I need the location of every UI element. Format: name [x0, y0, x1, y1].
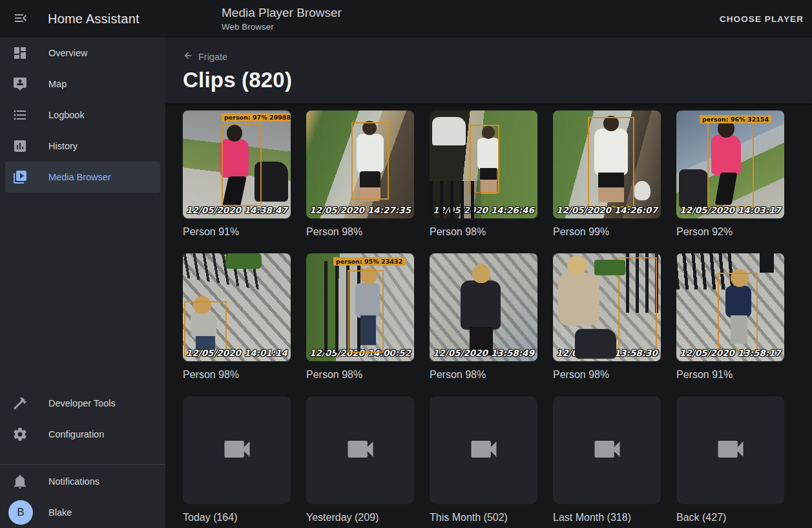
- clip-cell: 12/05/2020 13:58:30Person 98%: [553, 253, 661, 381]
- panel-title: Media Player Browser: [222, 6, 342, 20]
- timestamp-overlay: 12/05/2020 14:26:07: [556, 205, 658, 215]
- person-figure: [461, 280, 501, 330]
- clip-caption: Person 98%: [430, 226, 537, 238]
- sidebar-item-overview-label: Overview: [48, 48, 87, 58]
- scene-shape: [679, 169, 709, 208]
- scene-shape: [575, 329, 616, 359]
- folder-label: Back (427): [676, 512, 784, 523]
- user-name: Blake: [48, 507, 72, 518]
- sidebar-item-overview[interactable]: Overview: [5, 37, 160, 69]
- avatar: B: [8, 500, 33, 525]
- timestamp-overlay: 12/05/2020 14:38:47: [186, 205, 287, 215]
- video-icon: [467, 432, 501, 469]
- folder-tile[interactable]: [306, 396, 414, 504]
- folder-cell: This Month (502): [430, 396, 537, 523]
- detection-box: [618, 257, 657, 354]
- dashboard-icon: [12, 45, 28, 61]
- sidebar-item-history[interactable]: History: [5, 131, 160, 162]
- breadcrumb[interactable]: Frigate: [183, 50, 227, 63]
- logbook-icon: [12, 107, 28, 123]
- sidebar: OverviewMapLogbookHistoryMedia BrowserDe…: [0, 37, 165, 528]
- clip-caption: Person 99%: [553, 226, 661, 238]
- detection-box: [470, 125, 499, 193]
- panel-subtitle: Web Browser: [222, 22, 342, 32]
- clip-cell: 12/05/2020 13:58:49Person 98%: [430, 253, 537, 381]
- config-icon: [12, 427, 28, 442]
- sidebar-item-configuration-label: Configuration: [48, 429, 104, 439]
- sidebar-item-logbook[interactable]: Logbook: [5, 100, 160, 131]
- app-title: Home Assistant: [48, 12, 140, 26]
- sidebar-item-media-browser[interactable]: Media Browser: [5, 162, 160, 193]
- clip-thumbnail[interactable]: 12/05/2020 14:01:14: [183, 253, 291, 361]
- sidebar-item-configuration[interactable]: Configuration: [5, 419, 160, 450]
- detection-box: [351, 122, 389, 200]
- timestamp-overlay: 12/05/2020 14:27:35: [309, 205, 411, 215]
- sidebar-item-notifications-label: Notifications: [48, 476, 99, 487]
- folder-label: Last Month (318): [553, 512, 661, 523]
- folder-tile[interactable]: [553, 396, 661, 504]
- clip-thumbnail[interactable]: person: 95% 2343212/05/2020 14:00:52: [306, 253, 414, 361]
- back-arrow-icon: [183, 50, 193, 63]
- sidebar-item-map[interactable]: Map: [5, 69, 160, 100]
- clip-caption: Person 91%: [676, 369, 784, 381]
- sidebar-item-developer-tools-label: Developer Tools: [48, 398, 116, 408]
- page-title: Clips (820): [183, 68, 812, 92]
- clip-caption: Person 98%: [553, 369, 661, 381]
- folder-tile[interactable]: [676, 396, 784, 504]
- clip-cell: person: 95% 2343212/05/2020 14:00:52Pers…: [306, 253, 414, 381]
- folder-label: This Month (502): [430, 512, 537, 523]
- sidebar-spacer: [0, 193, 165, 388]
- main-content: Frigate Clips (820) person: 97% 2998812/…: [165, 37, 812, 528]
- clip-thumbnail[interactable]: 12/05/2020 14:26:46: [430, 111, 537, 218]
- video-icon: [344, 432, 377, 469]
- clip-thumbnail[interactable]: 12/05/2020 13:58:17: [676, 253, 784, 361]
- folder-tile[interactable]: [430, 396, 537, 504]
- timestamp-overlay: 12/05/2020 14:03:17: [680, 205, 781, 215]
- clip-cell: 12/05/2020 13:58:17Person 91%: [676, 253, 784, 381]
- detection-label: person: 95% 23432: [333, 257, 405, 266]
- detection-box: [707, 120, 754, 207]
- clip-thumbnail[interactable]: person: 97% 2998812/05/2020 14:38:47: [183, 111, 291, 218]
- sidebar-item-developer-tools[interactable]: Developer Tools: [5, 388, 160, 419]
- timestamp-overlay: 12/05/2020 13:58:17: [680, 348, 781, 358]
- sidebar-divider: [0, 464, 165, 465]
- choose-player-button[interactable]: CHOOSE PLAYER: [720, 0, 804, 37]
- menu-open-icon: [13, 10, 28, 28]
- media-grid: person: 97% 2998812/05/2020 14:38:47Pers…: [183, 111, 784, 523]
- video-icon: [714, 432, 747, 469]
- app-bar: Home Assistant Media Player Browser Web …: [0, 0, 812, 37]
- detection-box: [222, 123, 262, 206]
- clip-cell: 12/05/2020 14:26:46Person 98%: [430, 111, 537, 238]
- clip-caption: Person 98%: [430, 369, 537, 381]
- scene-shape: [634, 181, 651, 200]
- clip-thumbnail[interactable]: person: 96% 3215412/05/2020 14:03:17: [676, 111, 784, 218]
- sidebar-user-item[interactable]: BBlake: [5, 497, 160, 528]
- detection-box: [718, 273, 758, 352]
- sidebar-item-media-browser-label: Media Browser: [48, 172, 111, 182]
- folder-tile[interactable]: [183, 396, 291, 504]
- menu-toggle-button[interactable]: [5, 3, 36, 34]
- clip-cell: 12/05/2020 14:27:35Person 98%: [306, 111, 414, 238]
- scene-shape: [225, 253, 262, 269]
- content-header: Frigate Clips (820): [165, 37, 812, 103]
- folder-cell: Last Month (318): [553, 396, 661, 523]
- clip-thumbnail[interactable]: 12/05/2020 14:26:07: [553, 111, 661, 218]
- person-figure: [558, 273, 599, 326]
- sidebar-item-history-label: History: [48, 141, 78, 151]
- detection-box: [588, 117, 634, 207]
- clip-thumbnail[interactable]: 12/05/2020 14:27:35: [306, 111, 414, 218]
- map-icon: [12, 76, 28, 92]
- folder-label: Today (164): [183, 512, 291, 523]
- detection-box: [348, 270, 384, 353]
- folder-label: Yesterday (209): [306, 512, 414, 523]
- timestamp-overlay: 12/05/2020 13:58:49: [433, 348, 534, 358]
- video-icon: [590, 432, 624, 469]
- clip-thumbnail[interactable]: 12/05/2020 13:58:30: [553, 253, 661, 361]
- clip-thumbnail[interactable]: 12/05/2020 13:58:49: [430, 253, 537, 361]
- detection-label: person: 97% 29988: [222, 113, 291, 121]
- clip-caption: Person 91%: [183, 226, 291, 238]
- sidebar-item-notifications[interactable]: Notifications: [5, 466, 160, 497]
- clip-cell: person: 97% 2998812/05/2020 14:38:47Pers…: [183, 111, 291, 238]
- media-browser-icon: [12, 169, 28, 185]
- folder-cell: Yesterday (209): [306, 396, 414, 523]
